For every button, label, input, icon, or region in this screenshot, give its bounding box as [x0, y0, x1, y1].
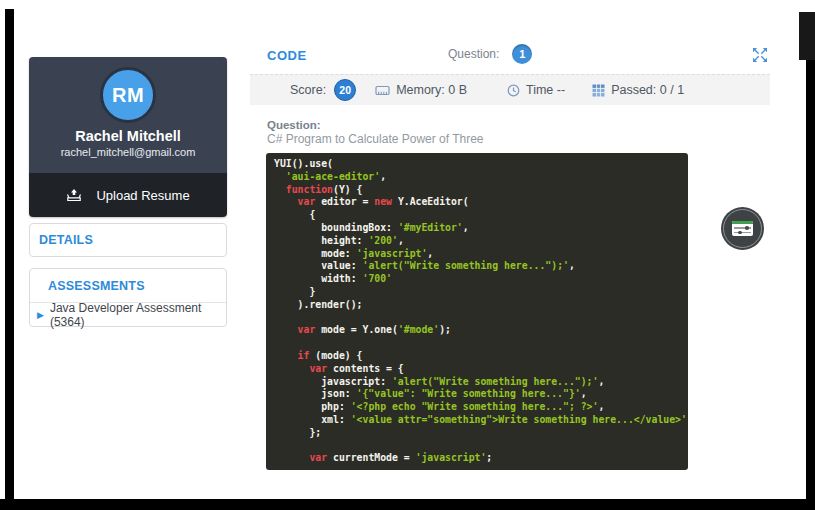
code-line: javascript: 'alert("Write something here…	[274, 376, 680, 389]
grid-icon	[592, 84, 605, 97]
code-line: mode: 'javascript',	[274, 248, 680, 261]
score-value-badge: 20	[334, 79, 356, 101]
profile-card: RM Rachel Mitchell rachel_mitchell@gmail…	[29, 57, 227, 217]
question-selector: Question: 1	[448, 44, 532, 64]
backdrop-bar-left	[5, 9, 14, 510]
passed-label: Passed: 0 / 1	[611, 83, 684, 97]
clock-icon	[507, 84, 520, 97]
page-title: CODE	[267, 48, 307, 63]
candidate-name: Rachel Mitchell	[75, 128, 181, 144]
score-bar: Score: 20 Memory: 0 B Time --	[250, 74, 770, 105]
candidate-email: rachel_mitchell@gmail.com	[61, 146, 196, 158]
upload-resume-label: Upload Resume	[96, 188, 189, 203]
assessments-header: ASSESSMENTS	[48, 279, 145, 293]
code-line: 'aui-ace-editor',	[274, 171, 680, 184]
question-block: Question: C# Program to Calculate Power …	[267, 119, 707, 146]
assessment-item-label: Java Developer Assessment (5364)	[50, 301, 226, 329]
code-line: if (mode) {	[274, 350, 680, 363]
question-header-label: Question:	[448, 47, 499, 61]
assessment-list-item[interactable]: ▶ Java Developer Assessment (5364)	[30, 303, 226, 327]
avatar: RM	[100, 67, 156, 123]
profile-summary: RM Rachel Mitchell rachel_mitchell@gmail…	[29, 57, 227, 173]
fullscreen-arrows-icon[interactable]	[752, 47, 768, 63]
code-line: var currentMode = 'javascript';	[274, 452, 680, 465]
backdrop-bar-right	[806, 60, 815, 499]
question-label: Question:	[267, 119, 707, 132]
score-stat: Score: 20	[290, 79, 356, 101]
assessments-header-row[interactable]: ASSESSMENTS	[30, 269, 226, 303]
code-line: ).render();	[274, 299, 680, 312]
window-sliders-icon	[732, 221, 753, 236]
code-line	[274, 337, 680, 350]
code-line: function(Y) {	[274, 184, 680, 197]
caret-right-icon: ▶	[37, 311, 44, 320]
code-line: YUI().use(	[274, 158, 680, 171]
code-line: boundingBox: '#myEditor',	[274, 222, 680, 235]
code-line: }	[274, 286, 680, 299]
code-line: width: '700'	[274, 273, 680, 286]
backdrop-box-top-right	[799, 12, 815, 60]
details-section[interactable]: DETAILS	[29, 223, 227, 257]
memory-chip-icon	[375, 85, 390, 96]
code-line: xml: '<value attr="something">Write some…	[274, 414, 680, 427]
code-editor[interactable]: YUI().use( 'aui-ace-editor', function(Y)…	[266, 153, 688, 470]
code-line: height: '200',	[274, 235, 680, 248]
question-title: C# Program to Calculate Power of Three	[267, 133, 707, 146]
assessments-section: ASSESSMENTS ▶ Java Developer Assessment …	[29, 268, 227, 327]
memory-stat: Memory: 0 B	[375, 83, 467, 97]
code-line	[274, 312, 680, 325]
code-line: var editor = new Y.AceEditor(	[274, 196, 680, 209]
main-header: CODE Question: 1	[250, 44, 770, 68]
code-line: php: '<?php echo "Write something here..…	[274, 401, 680, 414]
code-line: value: 'alert("Write something here...")…	[274, 260, 680, 273]
time-stat: Time --	[507, 83, 565, 97]
code-line: {	[274, 209, 680, 222]
upload-icon	[66, 188, 82, 202]
code-line: var mode = Y.one('#mode');	[274, 324, 680, 337]
details-header: DETAILS	[39, 233, 93, 247]
code-line: json: '{"value": "Write something here..…	[274, 388, 680, 401]
code-line: var contents = {	[274, 363, 680, 376]
time-label: Time --	[526, 83, 565, 97]
code-line: };	[274, 427, 680, 440]
code-line	[274, 440, 680, 453]
editor-settings-button[interactable]	[721, 207, 764, 250]
score-label: Score:	[290, 83, 326, 97]
backdrop-bar-bottom	[0, 499, 815, 510]
memory-label: Memory: 0 B	[396, 83, 467, 97]
passed-stat: Passed: 0 / 1	[592, 83, 684, 97]
upload-resume-button[interactable]: Upload Resume	[29, 173, 227, 217]
question-number-badge[interactable]: 1	[512, 44, 532, 64]
